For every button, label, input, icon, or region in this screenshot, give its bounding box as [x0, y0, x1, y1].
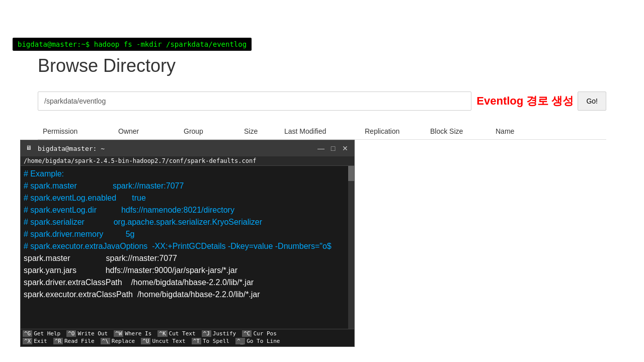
nano-label-exit: Exit: [34, 338, 47, 344]
nano-key-backslash: ^\: [101, 338, 110, 344]
t-line-1: # Example:: [24, 168, 351, 180]
col-lastmod: Last Modified: [284, 127, 365, 135]
terminal-titlebar: 🖥 bigdata@master: ~ — □ ✕: [21, 140, 354, 156]
nano-key-k: ^K: [157, 330, 167, 337]
t-line-10: spark.driver.extraClassPath /home/bigdat…: [24, 277, 351, 289]
t-line-2: # spark.master spark://master:7077: [24, 180, 351, 192]
nano-label-uncut-text: Uncut Text: [152, 338, 185, 344]
t-line-3: # spark.eventLog.enabled true: [24, 192, 351, 204]
terminal-window: 🖥 bigdata@master: ~ — □ ✕ /home/bigdata/…: [20, 140, 355, 347]
nano-key-w: ^W: [114, 330, 123, 337]
go-button[interactable]: Go!: [578, 92, 606, 111]
browse-section: Browse Directory Eventlog 경로 생성 Go! Perm…: [38, 55, 606, 140]
nano-label-replace: Replace: [112, 338, 135, 344]
terminal-controls: — □ ✕: [317, 144, 349, 152]
nano-go-to-line: ^_ Go To Line: [235, 338, 280, 344]
nano-key-j: ^J: [202, 330, 211, 337]
terminal-app-icon: 🖥: [26, 144, 34, 152]
scroll-thumb[interactable]: [348, 166, 354, 181]
nano-uncut-text: ^U Uncut Text: [141, 338, 185, 344]
col-name: Name: [496, 127, 556, 135]
nano-label-cut-text: Cut Text: [169, 330, 196, 337]
search-bar: Eventlog 경로 생성 Go!: [38, 92, 606, 111]
page-title: Browse Directory: [38, 55, 606, 76]
t-line-4: # spark.eventLog.dir hdfs://namenode:802…: [24, 204, 351, 216]
eventlog-annotation: Eventlog 경로 생성: [476, 94, 574, 109]
col-replication: Replication: [365, 127, 430, 135]
nano-replace: ^\ Replace: [101, 338, 135, 344]
nano-key-u: ^U: [141, 338, 150, 344]
nano-exit: ^X Exit: [23, 338, 47, 344]
terminal-title: bigdata@master: ~: [38, 145, 317, 152]
nano-bar-2: ^X Exit ^R Read File ^\ Replace ^U Uncut…: [23, 338, 352, 345]
t-line-7: # spark.executor.extraJavaOptions -XX:+P…: [24, 240, 351, 252]
nano-key-g: ^G: [23, 330, 32, 337]
nano-justify: ^J Justify: [202, 330, 236, 337]
nano-key-x: ^X: [23, 338, 32, 344]
col-permission: Permission: [38, 127, 118, 135]
col-group: Group: [184, 127, 244, 135]
col-blocksize: Block Size: [430, 127, 496, 135]
nano-key-t: ^T: [192, 338, 201, 344]
nano-label-cur-pos: Cur Pos: [253, 330, 276, 337]
table-header: Permission Owner Group Size Last Modifie…: [38, 123, 606, 140]
nano-bar-1: ^G Get Help ^O Write Out ^W Where Is ^K …: [23, 330, 352, 338]
t-line-5: # spark.serializer org.apache.spark.seri…: [24, 216, 351, 228]
nano-key-o: ^O: [66, 330, 76, 337]
path-input[interactable]: [38, 92, 471, 111]
nano-label-to-spell: To Spell: [203, 338, 229, 344]
t-line-11: spark.executor.extraClassPath /home/bigd…: [24, 289, 351, 299]
nano-key-c: ^C: [242, 330, 252, 337]
nano-cut-text: ^K Cut Text: [157, 330, 195, 337]
nano-to-spell: ^T To Spell: [192, 338, 229, 344]
t-line-8: spark.master spark://master:7077: [24, 252, 351, 264]
col-owner: Owner: [118, 127, 184, 135]
terminal-nano-bar: ^G Get Help ^O Write Out ^W Where Is ^K …: [21, 329, 354, 346]
file-path-bar: /home/bigdata/spark-2.4.5-bin-hadoop2.7/…: [21, 156, 354, 166]
nano-label-go-to-line: Go To Line: [247, 338, 280, 344]
nano-get-help: ^G Get Help: [23, 330, 60, 337]
nano-cur-pos: ^C Cur Pos: [242, 330, 277, 337]
nano-key-underscore: ^_: [235, 338, 245, 344]
col-size: Size: [244, 127, 284, 135]
terminal-content: # Example: # spark.master spark://master…: [21, 166, 354, 299]
nano-label-where-is: Where Is: [125, 330, 151, 337]
top-terminal-bar: bigdata@master:~$ hadoop fs -mkdir /spar…: [13, 38, 252, 51]
terminal-command: bigdata@master:~$ hadoop fs -mkdir /spar…: [18, 40, 247, 48]
terminal-scrollbar[interactable]: [348, 166, 354, 329]
minimize-button[interactable]: —: [317, 144, 325, 152]
nano-label-get-help: Get Help: [34, 330, 60, 337]
nano-write-out: ^O Write Out: [66, 330, 108, 337]
nano-read-file: ^R Read File: [53, 338, 95, 344]
nano-where-is: ^W Where Is: [114, 330, 151, 337]
nano-key-r: ^R: [53, 338, 63, 344]
close-button[interactable]: ✕: [341, 144, 349, 152]
maximize-button[interactable]: □: [329, 144, 337, 152]
nano-label-read-file: Read File: [64, 338, 95, 344]
t-line-9: spark.yarn.jars hdfs://master:9000/jar/s…: [24, 264, 351, 277]
nano-label-write-out: Write Out: [77, 330, 108, 337]
nano-label-justify: Justify: [213, 330, 236, 337]
t-line-6: # spark.driver.memory 5g: [24, 228, 351, 240]
